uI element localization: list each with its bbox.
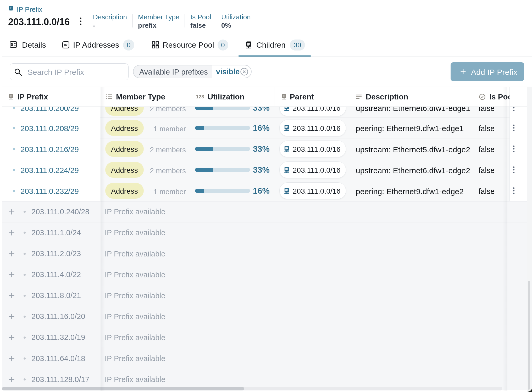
svg-text:IP: IP (64, 43, 68, 47)
svg-text:IP: IP (10, 95, 12, 98)
svg-text:IP: IP (285, 107, 288, 109)
svg-text:IP: IP (285, 189, 288, 192)
svg-text:IP: IP (283, 95, 285, 98)
svg-text:IP: IP (285, 168, 288, 171)
svg-text:IP: IP (285, 126, 288, 129)
svg-text:IP: IP (10, 7, 12, 9)
svg-text:IP: IP (247, 42, 251, 46)
svg-text:IP: IP (285, 147, 288, 150)
